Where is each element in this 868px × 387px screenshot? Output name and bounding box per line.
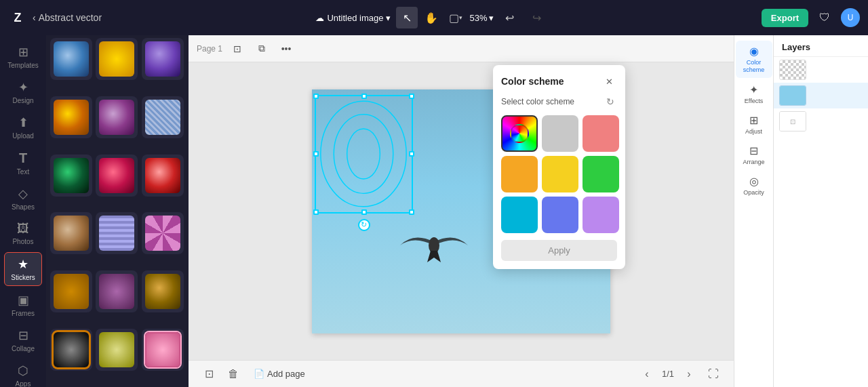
list-item[interactable] [50,155,92,197]
frame-tool-button[interactable]: ▢ ▾ [445,7,467,28]
color-swatch-yellow[interactable] [542,156,578,192]
effects-icon: ✦ [749,83,758,96]
right-panel-item-color-scheme[interactable]: ◉ Color scheme [736,41,772,78]
apply-button[interactable]: Apply [501,240,617,261]
back-button[interactable]: ‹ Abstract vector [33,12,102,23]
canvas-bottombar: ⊡ 🗑 📄 Add page ‹ 1/1 › ⛶ [189,360,734,387]
apps-icon: ⬡ [18,363,28,378]
sidebar-item-design[interactable]: ✦ Design [4,76,42,108]
export-button[interactable]: Export [762,9,808,27]
sidebar-item-stickers[interactable]: ★ Stickers [4,252,42,286]
redo-button[interactable]: ↪ [526,7,548,28]
add-page-button[interactable]: 📄 Add page [248,366,311,382]
sidebar-item-text[interactable]: T Text [4,146,42,180]
copy-button[interactable]: ⊡ [199,365,218,384]
sidebar-item-collage[interactable]: ⊟ Collage [4,324,42,357]
list-item[interactable] [96,155,138,197]
list-item[interactable] [96,270,138,312]
list-item[interactable] [96,212,138,254]
color-swatch-purple[interactable] [583,197,619,233]
right-panel-label: Color scheme [738,59,770,74]
color-scheme-icon: ◉ [749,45,759,58]
sidebar-item-templates[interactable]: ⊞ Templates [4,41,42,73]
fullscreen-button[interactable]: ⛶ [704,365,723,384]
frames-icon: ▣ [18,293,29,308]
adjust-icon: ⊞ [749,114,758,127]
stickers-icon: ★ [18,257,28,272]
cloud-icon: ☁ [315,13,324,23]
shapes-icon: ◇ [18,186,28,201]
list-item[interactable] [96,38,138,80]
sidebar-item-upload[interactable]: ⬆ Upload [4,111,42,144]
list-item[interactable] [50,329,92,371]
topbar-tools: ↖ ✋ ▢ ▾ 53% ▾ [396,7,493,28]
sidebar-item-label: Text [17,168,29,176]
crop-button[interactable]: ⊡ [228,39,247,58]
prev-page-button[interactable]: ‹ [637,365,656,384]
right-panel-item-adjust[interactable]: ⊞ Adjust [736,110,772,139]
list-item[interactable] [50,96,92,138]
sidebar-item-photos[interactable]: 🖼 Photos [4,218,42,249]
color-swatches-grid [501,115,617,233]
list-item[interactable] [50,38,92,80]
canvas-area: Page 1 ⊡ ⧉ ••• [189,35,734,387]
color-swatch-cyan[interactable] [501,197,538,233]
main-layout: ⊞ Templates ✦ Design ⬆ Upload T Text ◇ S… [0,35,868,387]
topbar: Z ‹ Abstract vector ☁ Untitled image ▾ ↖… [0,0,868,35]
color-swatch-blue[interactable] [542,197,578,233]
zoom-control[interactable]: 53% ▾ [469,13,493,23]
layer-item-blue[interactable] [774,83,868,108]
panel-close-button[interactable]: ✕ [601,73,617,89]
right-panel-item-arrange[interactable]: ⊟ Arrange [736,140,772,169]
list-item[interactable] [142,270,184,312]
list-item[interactable] [142,155,184,197]
avatar[interactable]: U [841,8,860,27]
layer-item-white[interactable]: ⊡ [774,108,868,134]
layer-item-checker[interactable] [774,57,868,83]
list-item[interactable] [142,96,184,138]
delete-button[interactable]: 🗑 [224,365,243,384]
design-icon: ✦ [18,80,28,95]
sidebar-item-shapes[interactable]: ◇ Shapes [4,182,42,215]
select-tool-button[interactable]: ↖ [396,7,418,28]
assets-panel [46,35,189,387]
back-label: Abstract vector [39,12,102,23]
list-item[interactable] [50,212,92,254]
more-options-button[interactable]: ••• [277,39,296,58]
arrange-icon: ⊟ [749,144,758,157]
canvas-content[interactable]: ↻ [189,62,734,360]
shield-button[interactable]: 🛡 [814,7,835,28]
list-item[interactable] [142,212,184,254]
panel-subtitle-row: Select color scheme ↻ [501,95,617,108]
add-page-label: Add page [267,369,305,379]
sidebar-item-frames[interactable]: ▣ Frames [4,289,42,321]
list-item[interactable] [96,96,138,138]
color-swatch-orange[interactable] [501,156,538,192]
list-item[interactable] [96,329,138,371]
color-swatch-pink[interactable] [583,115,619,152]
zoom-dropdown-icon: ▾ [489,13,494,23]
duplicate-button[interactable]: ⧉ [252,39,271,58]
list-item[interactable] [142,38,184,80]
right-panel-label: Opacity [743,189,764,196]
logo: Z [8,8,27,27]
color-swatch-green[interactable] [583,156,619,192]
right-panel-item-effects[interactable]: ✦ Effects [736,79,772,108]
back-arrow-icon: ‹ [33,12,36,23]
sidebar-item-apps[interactable]: ⬡ Apps [4,359,42,387]
color-swatch-rainbow[interactable] [501,115,538,152]
next-page-button[interactable]: › [679,365,698,384]
sidebar-item-label: Frames [12,310,35,317]
canvas-toolbar: Page 1 ⊡ ⧉ ••• [189,35,734,62]
color-swatch-gray[interactable] [542,115,578,152]
panel-header: Color scheme ✕ [501,73,617,89]
undo-button[interactable]: ↩ [499,7,521,28]
doc-title-button[interactable]: ☁ Untitled image ▾ [315,13,391,23]
layer-thumb-white: ⊡ [779,111,806,131]
hand-tool-button[interactable]: ✋ [420,7,442,28]
right-panel-item-opacity[interactable]: ◎ Opacity [736,171,772,200]
panel-refresh-button[interactable]: ↻ [604,95,617,108]
topbar-center: ☁ Untitled image ▾ ↖ ✋ ▢ ▾ 53% ▾ ↩ ↪ [315,7,547,28]
list-item[interactable] [50,270,92,312]
list-item[interactable] [142,329,184,371]
